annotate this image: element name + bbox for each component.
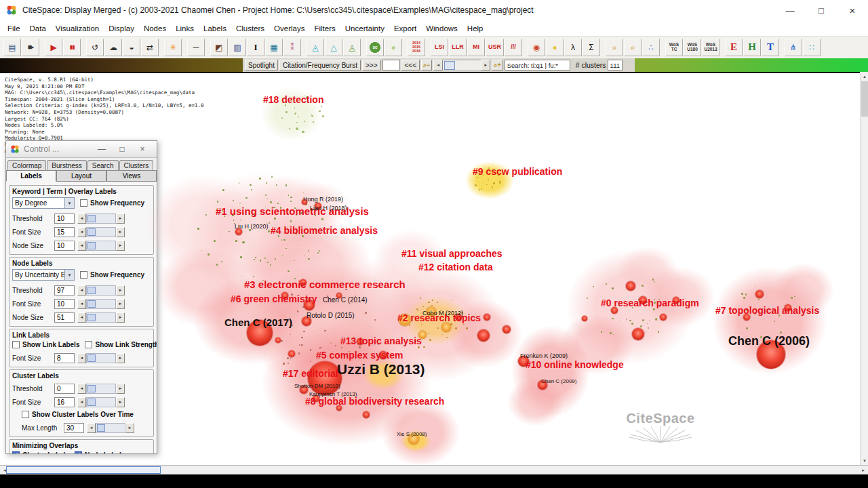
author-label[interactable]: Chen C (2014)	[323, 296, 368, 304]
triangle-icon[interactable]: △	[325, 39, 342, 56]
param-scrollbar[interactable]: ◄►	[77, 299, 125, 309]
param-scrollbar[interactable]: ◄►	[77, 285, 125, 296]
author-label[interactable]: Kauppinen T (2013)	[309, 391, 357, 397]
cluster-label[interactable]: #9 cscw publication	[473, 166, 562, 177]
ibeam-icon[interactable]: I	[247, 39, 264, 56]
link-line-icon[interactable]: ─	[187, 39, 205, 56]
lambda-icon[interactable]: λ	[564, 39, 582, 56]
lsi-button[interactable]: LSI	[431, 39, 448, 56]
vertical-scrollbar[interactable]: ▲ ▼	[860, 72, 868, 465]
param-scrollbar[interactable]: ◄►	[87, 423, 134, 433]
show-link-labels-checkbox[interactable]: Show Link Labels	[12, 341, 79, 348]
clusters-count-field[interactable]: 111	[608, 60, 623, 70]
scroll-thumb[interactable]	[87, 228, 96, 236]
menu-display[interactable]: Display	[104, 22, 139, 35]
cluster-label[interactable]: #0 research paradigm	[601, 298, 699, 308]
cluster-label[interactable]: #12 citation data	[418, 262, 493, 272]
citation-burst-button[interactable]: Citation/Frequency Burst	[279, 60, 361, 70]
step-back-button[interactable]: <<<	[401, 60, 420, 70]
control-panel-titlebar[interactable]: Control ... — □ ×	[6, 141, 157, 158]
save-icon[interactable]: ▤	[3, 39, 21, 56]
cluster-label[interactable]: #13 topic analysis	[340, 336, 422, 346]
graph-node[interactable]	[632, 328, 644, 340]
param-scrollbar[interactable]: ◄►	[77, 353, 125, 363]
param-value-field[interactable]: 30	[64, 423, 84, 433]
param-value-field[interactable]: 15	[54, 227, 75, 237]
author-label[interactable]: Xie S (2008)	[397, 431, 427, 437]
mi-button[interactable]: MI	[467, 39, 485, 56]
scroll-left-icon[interactable]: ◄	[77, 353, 86, 363]
people-icon[interactable]: ⁑	[283, 39, 301, 56]
menu-help[interactable]: Help	[462, 22, 488, 35]
scroll-thumb[interactable]	[444, 61, 455, 70]
scroll-down-icon[interactable]: ▼	[861, 456, 868, 465]
timeline-years-icon[interactable]: 2014 2015 2016	[408, 39, 425, 56]
usr-button[interactable]: USR	[486, 39, 504, 56]
menu-nodes[interactable]: Nodes	[139, 22, 171, 35]
maximize-button[interactable]: □	[806, 0, 837, 20]
cluster-label[interactable]: #8 global biodiversity research	[305, 396, 444, 407]
node-rank-dropdown[interactable]: By Uncertainty E ▼	[12, 269, 75, 281]
search-input[interactable]: Search: ti:q1 | fu:*	[505, 60, 570, 70]
horizontal-scroll-thumb[interactable]	[6, 466, 161, 474]
burst-detect-icon[interactable]: ✳	[164, 39, 182, 56]
search-cited-icon[interactable]: ⌕	[606, 39, 623, 56]
cluster-label[interactable]: #3 electronic commerce research	[244, 279, 406, 290]
menu-export[interactable]: Export	[389, 22, 421, 35]
scroll-left-icon[interactable]: ◄	[77, 227, 86, 237]
overlap-cluster-labels-checkbox[interactable]: Cluster Labels	[12, 451, 69, 454]
scroll-left-icon[interactable]: ◄	[77, 384, 86, 394]
param-value-field[interactable]: 8	[54, 353, 75, 363]
minimize-button[interactable]: —	[774, 0, 806, 20]
graph-node[interactable]	[441, 323, 451, 332]
checkbox-box[interactable]	[22, 411, 29, 418]
tab-layout[interactable]: Layout	[56, 170, 106, 182]
keyword-rank-dropdown[interactable]: By Degree ▼	[12, 197, 75, 209]
tab-colormap[interactable]: Colormap	[7, 160, 46, 170]
export-e-button[interactable]: E	[725, 39, 743, 56]
scroll-right-icon[interactable]: ►	[859, 466, 868, 474]
graph-node[interactable]	[484, 314, 490, 321]
checkbox-box[interactable]	[80, 271, 87, 279]
author-label[interactable]: Frenken K (2009)	[520, 352, 568, 359]
param-scrollbar[interactable]: ◄►	[77, 397, 125, 407]
scroll-thumb[interactable]	[87, 215, 96, 222]
overlap-node-labels-checkbox[interactable]: Node Labels	[75, 451, 125, 454]
export-t-button[interactable]: T	[762, 39, 779, 56]
menu-filters[interactable]: Filters	[309, 22, 340, 35]
dropdown-arrow-icon[interactable]: ▼	[64, 270, 74, 280]
scroll-right-icon[interactable]: ►	[116, 299, 125, 309]
scroll-thumb[interactable]	[87, 300, 96, 308]
param-value-field[interactable]: 10	[54, 299, 75, 309]
author-label[interactable]: Liao H (2018)	[310, 205, 347, 211]
param-value-field[interactable]: 51	[54, 312, 75, 323]
llr-button[interactable]: LLR	[449, 39, 467, 56]
author-label[interactable]: Rotolo D (2015)	[307, 312, 355, 319]
cluster-label[interactable]: #6 green chemistry	[231, 293, 317, 304]
link-nodes-icon[interactable]: ∴	[642, 39, 660, 56]
param-value-field[interactable]: 16	[54, 397, 75, 407]
menu-labels[interactable]: Labels	[199, 22, 231, 35]
wos-u2013-button[interactable]: WoS U2013	[702, 39, 719, 56]
tab-search[interactable]: Search	[87, 160, 119, 170]
param-scrollbar[interactable]: ◄►	[77, 384, 125, 394]
graph-node[interactable]	[275, 338, 281, 343]
tab-clusters[interactable]: Clusters	[119, 160, 154, 170]
author-label[interactable]: Shotton DM (2010)	[294, 383, 340, 389]
scroll-track[interactable]	[96, 423, 125, 433]
scroll-left-icon[interactable]: ◄	[77, 241, 86, 251]
triangle-green-icon[interactable]: ◬	[343, 39, 361, 56]
tab-burstness[interactable]: Burstness	[47, 160, 86, 170]
time-slice-field[interactable]	[382, 60, 400, 70]
scroll-track[interactable]	[86, 397, 116, 407]
vertical-scroll-thumb[interactable]	[861, 81, 868, 117]
close-button[interactable]: ×	[837, 0, 868, 20]
pause-icon[interactable]: ▮▮	[63, 39, 81, 56]
author-label[interactable]: Chen C (2006)	[728, 334, 810, 348]
scroll-thumb[interactable]	[87, 287, 96, 294]
scroll-track[interactable]	[86, 353, 116, 363]
scroll-left-icon[interactable]: ◄	[87, 423, 96, 433]
node-show-frequency-checkbox[interactable]: Show Frequency	[80, 271, 144, 279]
author-label[interactable]: Liu H (2020)	[235, 223, 269, 230]
tab-views[interactable]: Views	[106, 170, 157, 182]
